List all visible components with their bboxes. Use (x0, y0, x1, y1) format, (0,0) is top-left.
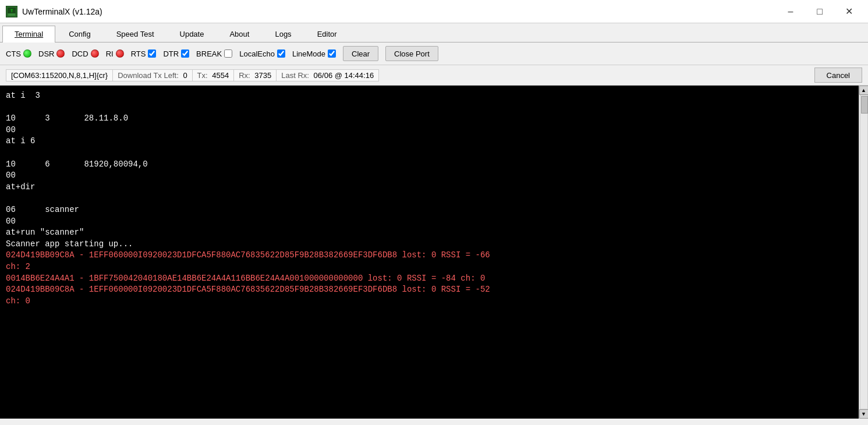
scrollbar: ▲ ▼ (859, 86, 868, 419)
tab-editor[interactable]: Editor (305, 26, 349, 42)
cts-led (23, 49, 31, 58)
terminal-wrapper: at i 3 10 3 28.11.8.0 00 at i 6 10 6 819… (0, 86, 868, 419)
rts-checkbox[interactable] (148, 49, 156, 58)
maximize-button[interactable]: □ (806, 3, 833, 20)
ri-led (116, 49, 124, 58)
break-label: BREAK (196, 49, 222, 58)
dtr-label: DTR (163, 49, 179, 58)
ri-indicator: RI (106, 49, 124, 58)
tx-count: Tx: 4554 (192, 69, 234, 82)
scroll-thumb[interactable] (861, 96, 868, 114)
dsr-led (56, 49, 65, 58)
tab-about[interactable]: About (217, 26, 261, 42)
localecho-checkbox-group: LocalEcho (239, 49, 285, 58)
scroll-up-button[interactable]: ▲ (859, 86, 869, 95)
ri-label: RI (106, 49, 114, 58)
break-checkbox[interactable] (224, 49, 232, 58)
svg-rect-2 (8, 13, 15, 16)
scroll-down-button[interactable]: ▼ (859, 409, 869, 419)
app-icon: T (6, 6, 17, 17)
tab-bar: Terminal Config Speed Test Update About … (0, 23, 868, 42)
window-controls: – □ ✕ (777, 3, 862, 20)
scroll-track (860, 95, 868, 409)
tab-terminal[interactable]: Terminal (2, 26, 55, 42)
tab-config[interactable]: Config (56, 26, 103, 42)
localecho-checkbox[interactable] (277, 49, 285, 58)
title-bar: T UwTerminalX (v1.12a) – □ ✕ (0, 0, 868, 23)
rts-checkbox-group: RTS (131, 49, 157, 58)
cancel-button[interactable]: Cancel (814, 68, 862, 83)
window-title: UwTerminalX (v1.12a) (22, 7, 102, 16)
linemode-checkbox[interactable] (328, 49, 336, 58)
dsr-indicator: DSR (38, 49, 65, 58)
close-button[interactable]: ✕ (835, 3, 862, 20)
last-rx: Last Rx: 06/06 @ 14:44:16 (276, 69, 379, 82)
break-checkbox-group: BREAK (196, 49, 232, 58)
dsr-label: DSR (38, 49, 54, 58)
cts-indicator: CTS (6, 49, 31, 58)
dcd-led (91, 49, 99, 58)
status-bar: [COM63:115200,N,8,1,H]{cr} Download Tx L… (0, 65, 868, 86)
dcd-label: DCD (72, 49, 88, 58)
rx-count: Rx: 3735 (233, 69, 276, 82)
clear-button[interactable]: Clear (343, 46, 378, 61)
download-tx-left: Download Tx Left: 0 (112, 69, 192, 82)
cts-label: CTS (6, 49, 21, 58)
toolbar: CTS DSR DCD RI RTS DTR BREAK LocalEcho L… (0, 42, 868, 65)
tab-update[interactable]: Update (168, 26, 217, 42)
rts-label: RTS (131, 49, 146, 58)
dtr-checkbox[interactable] (181, 49, 189, 58)
connection-info: [COM63:115200,N,8,1,H]{cr} (6, 69, 112, 82)
dcd-indicator: DCD (72, 49, 98, 58)
minimize-button[interactable]: – (777, 3, 804, 20)
linemode-label: LineMode (292, 49, 325, 58)
terminal-output[interactable]: at i 3 10 3 28.11.8.0 00 at i 6 10 6 819… (0, 86, 859, 419)
dtr-checkbox-group: DTR (163, 49, 189, 58)
localecho-label: LocalEcho (239, 49, 275, 58)
tab-speed-test[interactable]: Speed Test (104, 26, 166, 42)
close-port-button[interactable]: Close Port (385, 46, 438, 61)
tab-logs[interactable]: Logs (263, 26, 303, 42)
linemode-checkbox-group: LineMode (292, 49, 336, 58)
